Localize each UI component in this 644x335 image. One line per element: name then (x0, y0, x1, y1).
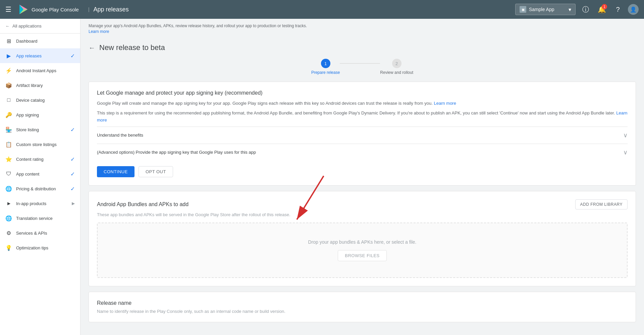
sidebar-item-label: App releases (16, 53, 66, 58)
app-selector[interactable]: ▣ Sample App ▾ (515, 4, 576, 15)
sidebar-item-in-app[interactable]: ▶ In-app products ▶ (0, 196, 80, 211)
pricing-icon: 🌐 (5, 185, 12, 192)
sidebar-item-app-signing[interactable]: 🔑 App signing (0, 107, 80, 122)
accordion-label: (Advanced options) Provide the app signi… (97, 150, 256, 155)
learn-more-link-1[interactable]: Learn more (434, 101, 456, 106)
accordion-benefits[interactable]: Understand the benefits ∨ (97, 127, 628, 144)
apk-drop-zone[interactable]: Drop your app bundles & APKs here, or se… (97, 223, 628, 278)
sidebar-item-content-rating[interactable]: ⭐ Content rating ✓ (0, 152, 80, 166)
page-section: ← New release to beta 1 Prepare release … (80, 38, 644, 327)
services-icon: ⚙ (5, 230, 12, 236)
release-name-section: Release name Name to identify release in… (89, 292, 636, 322)
signing-desc-1: Google Play will create and manage the a… (97, 100, 628, 107)
release-name-title: Release name (97, 300, 628, 306)
android-instant-icon: ⚡ (5, 67, 12, 74)
topbar: ☰ Google Play Console | App releases ▣ S… (0, 0, 644, 19)
check-icon: ✓ (70, 171, 75, 177)
page-back-button[interactable]: ← (89, 44, 95, 52)
sidebar-back-btn[interactable]: ← All applications (0, 19, 80, 34)
app-selector-text: Sample App (529, 7, 566, 12)
sidebar-item-label: Services & APIs (16, 231, 75, 236)
notification-badge: 1 (602, 4, 607, 9)
step-1-circle: 1 (321, 59, 330, 68)
sidebar-item-label: Android Instant Apps (16, 68, 75, 73)
browse-files-button[interactable]: BROWSE FILES (338, 250, 387, 261)
content-header: Manage your app's Android App Bundles, A… (80, 19, 644, 38)
info-button[interactable]: ⓘ (580, 3, 592, 15)
info-icon: ⓘ (582, 5, 589, 14)
chevron-down-icon: ∨ (623, 149, 628, 156)
apk-header: Android App Bundles and APKs to add ADD … (97, 199, 628, 209)
topbar-actions: ▣ Sample App ▾ ⓘ 🔔 1 ? 👤 (515, 3, 639, 15)
sidebar-item-label: Optimization tips (16, 245, 75, 250)
app-content-icon: 🛡 (5, 171, 12, 177)
continue-button[interactable]: CONTINUE (97, 166, 135, 177)
sidebar-item-label: Dashboard (16, 39, 75, 44)
logo-text: Google Play Console (32, 7, 79, 12)
in-app-icon: ▶ (5, 200, 12, 207)
page-title-row: ← New release to beta (89, 43, 636, 52)
sidebar-item-android-instant[interactable]: ⚡ Android Instant Apps (0, 63, 80, 78)
check-icon: ✓ (70, 53, 75, 59)
artifact-icon: 📦 (5, 82, 12, 89)
sidebar-item-pricing[interactable]: 🌐 Pricing & distribution ✓ (0, 181, 80, 196)
menu-icon[interactable]: ☰ (5, 5, 11, 13)
add-from-library-button[interactable]: ADD FROM LIBRARY (575, 199, 628, 209)
check-icon: ✓ (70, 127, 75, 133)
content-area: Manage your app's Android App Bundles, A… (80, 19, 644, 335)
sidebar-item-dashboard[interactable]: ⊞ Dashboard (0, 34, 80, 48)
signing-desc-2: This step is a requirement for using the… (97, 110, 628, 124)
sidebar-item-services[interactable]: ⚙ Services & APIs (0, 226, 80, 240)
page-title: New release to beta (99, 43, 165, 52)
play-logo-icon (18, 4, 29, 15)
sidebar-item-translation[interactable]: 🌐 Translation service (0, 211, 80, 226)
avatar-icon: 👤 (630, 6, 637, 13)
sidebar-item-label: App content (16, 172, 66, 177)
sidebar-item-optimization[interactable]: 💡 Optimization tips (0, 240, 80, 255)
sidebar: ← All applications ⊞ Dashboard ▶ App rel… (0, 19, 80, 335)
app-releases-icon: ▶ (5, 52, 12, 59)
apk-title: Android App Bundles and APKs to add (97, 201, 189, 207)
custom-store-icon: 📋 (5, 141, 12, 148)
sidebar-item-artifact-library[interactable]: 📦 Artifact library (0, 78, 80, 93)
chevron-down-icon: ∨ (623, 132, 628, 139)
sidebar-item-label: Custom store listings (16, 142, 75, 147)
notification-button[interactable]: 🔔 1 (596, 3, 608, 15)
accordion-advanced[interactable]: (Advanced options) Provide the app signi… (97, 144, 628, 161)
sidebar-item-label: Content rating (16, 157, 66, 162)
sidebar-item-device-catalog[interactable]: □ Device catalog (0, 93, 80, 107)
sidebar-item-label: Translation service (16, 216, 75, 221)
sidebar-item-label: Device catalog (16, 98, 75, 103)
sidebar-item-label: Artifact library (16, 83, 75, 88)
sidebar-item-custom-store[interactable]: 📋 Custom store listings (0, 137, 80, 152)
sidebar-item-app-releases[interactable]: ▶ App releases ✓ (0, 48, 80, 63)
step-2-circle: 2 (392, 59, 401, 68)
header-description: Manage your app's Android App Bundles, A… (89, 23, 636, 29)
device-catalog-icon: □ (5, 97, 12, 103)
sidebar-item-store-listing[interactable]: 🏪 Store listing ✓ (0, 122, 80, 137)
signing-card: Let Google manage and protect your app s… (89, 82, 636, 185)
main-layout: ← All applications ⊞ Dashboard ▶ App rel… (0, 19, 644, 335)
back-arrow-icon: ← (5, 23, 10, 29)
logo: Google Play Console (18, 4, 79, 15)
help-button[interactable]: ? (612, 3, 624, 15)
signing-icon: 🔑 (5, 111, 12, 118)
app-selector-icon: ▣ (520, 6, 526, 13)
store-icon: 🏪 (5, 126, 12, 133)
sidebar-item-app-content[interactable]: 🛡 App content ✓ (0, 166, 80, 181)
step-1-label: Prepare release (311, 70, 340, 75)
release-name-desc: Name to identify release in the Play Con… (97, 309, 628, 314)
signing-actions: CONTINUE OPT OUT (97, 166, 628, 177)
apk-card: Android App Bundles and APKs to add ADD … (89, 191, 636, 286)
chevron-down-icon: ▾ (569, 6, 571, 13)
header-learn-more-link[interactable]: Learn more (89, 29, 109, 34)
user-avatar[interactable]: 👤 (628, 4, 639, 15)
dashboard-icon: ⊞ (5, 38, 12, 44)
opt-out-button[interactable]: OPT OUT (139, 166, 173, 177)
check-icon: ✓ (70, 186, 75, 192)
step-2: 2 Review and rollout (380, 59, 413, 75)
signing-card-title: Let Google manage and protect your app s… (97, 90, 628, 96)
sidebar-item-label: App signing (16, 112, 75, 117)
step-1: 1 Prepare release (311, 59, 340, 75)
apk-description: These app bundles and APKs will be serve… (97, 212, 628, 217)
